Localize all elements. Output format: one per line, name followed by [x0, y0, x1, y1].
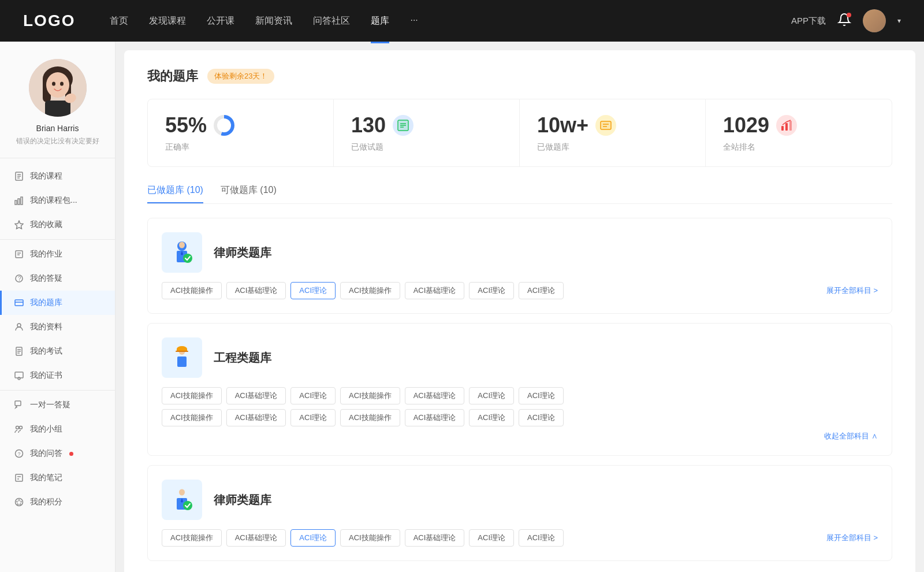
qbank-tags-row1-1: ACI技能操作 ACI基础理论 ACI理论 ACI技能操作 ACI基础理论 AC… — [162, 387, 878, 404]
qbank-tag-1-r1-5[interactable]: ACI理论 — [469, 387, 514, 404]
svg-rect-14 — [18, 199, 20, 205]
doc-icon — [14, 171, 24, 181]
qbank-tag-1-r2-1[interactable]: ACI基础理论 — [226, 409, 286, 426]
qbank-tag-2-6[interactable]: ACI理论 — [519, 529, 564, 547]
notification-bell[interactable] — [837, 13, 851, 29]
qbank-tag-0-4[interactable]: ACI基础理论 — [405, 282, 465, 299]
sidebar-item-tutor[interactable]: 一对一答疑 — [0, 393, 115, 417]
qa-icon: ? — [14, 273, 24, 284]
qbank-header-0: 律师类题库 — [162, 232, 878, 273]
qbank-tag-1-r2-3[interactable]: ACI技能操作 — [340, 409, 400, 426]
question-dot-badge — [69, 452, 73, 456]
sidebar-item-homework[interactable]: 我的作业 — [0, 242, 115, 266]
stat-accuracy: 55% 正确率 — [148, 99, 334, 166]
nav-news[interactable]: 新闻资讯 — [255, 15, 292, 27]
qbank-tag-1-r2-4[interactable]: ACI基础理论 — [405, 409, 465, 426]
sidebar-item-coursepack[interactable]: 我的课程包... — [0, 188, 115, 213]
stat-label-banks: 已做题库 — [537, 142, 688, 153]
qbank-tag-0-1[interactable]: ACI基础理论 — [226, 282, 286, 299]
svg-rect-64 — [177, 356, 187, 367]
sidebar-item-mybank[interactable]: 我的题库 — [0, 291, 115, 315]
qbank-tag-1-r2-0[interactable]: ACI技能操作 — [162, 409, 222, 426]
qbank-tag-1-r1-0[interactable]: ACI技能操作 — [162, 387, 222, 404]
nav-home[interactable]: 首页 — [110, 15, 128, 27]
chart-bar-icon — [14, 195, 24, 206]
qbank-tag-0-2[interactable]: ACI理论 — [290, 282, 336, 299]
qbank-tag-1-r1-4[interactable]: ACI基础理论 — [405, 387, 465, 404]
user-dropdown-arrow[interactable]: ▾ — [897, 17, 901, 25]
svg-rect-17 — [16, 251, 23, 258]
qbank-collapse-1[interactable]: 收起全部科目 ∧ — [162, 431, 878, 441]
qbank-tag-1-r1-1[interactable]: ACI基础理论 — [226, 387, 286, 404]
sidebar-item-favorites[interactable]: 我的收藏 — [0, 213, 115, 237]
svg-rect-63 — [176, 351, 188, 352]
nav-bank[interactable]: 题库 — [371, 15, 389, 27]
qbank-tag-1-r1-3[interactable]: ACI技能操作 — [340, 387, 400, 404]
qbank-tag-2-5[interactable]: ACI理论 — [469, 529, 514, 547]
qbank-tag-2-4[interactable]: ACI基础理论 — [405, 529, 465, 547]
sidebar-item-notes[interactable]: 我的笔记 — [0, 466, 115, 490]
rank-icon — [776, 115, 797, 136]
qbank-tag-0-5[interactable]: ACI理论 — [469, 282, 514, 299]
qbank-tag-2-1[interactable]: ACI基础理论 — [226, 529, 286, 547]
svg-point-33 — [20, 426, 23, 429]
nav-more[interactable]: ··· — [410, 15, 418, 27]
qbank-tag-0-0[interactable]: ACI技能操作 — [162, 282, 222, 299]
sidebar-item-answerqa[interactable]: ? 我的答疑 — [0, 266, 115, 291]
tabs-row: 已做题库 (10) 可做题库 (10) — [147, 184, 892, 204]
sidebar-item-mydata[interactable]: 我的资料 — [0, 315, 115, 339]
qbank-tag-1-r1-2[interactable]: ACI理论 — [290, 387, 336, 404]
nav-qa[interactable]: 问答社区 — [313, 15, 350, 27]
qbank-tag-1-r2-6[interactable]: ACI理论 — [519, 409, 564, 426]
sidebar-item-mycourse[interactable]: 我的课程 — [0, 164, 115, 188]
done-banks-icon — [595, 115, 616, 136]
qbank-tag-0-6[interactable]: ACI理论 — [519, 282, 564, 299]
qbank-tag-2-2[interactable]: ACI理论 — [290, 529, 336, 547]
stat-label-done: 已做试题 — [351, 142, 502, 153]
sidebar-item-group[interactable]: 我的小组 — [0, 417, 115, 441]
lawyer-svg-0 — [167, 238, 196, 267]
svg-rect-50 — [781, 126, 784, 131]
lawyer-svg-2 — [167, 485, 196, 514]
nav-opencourse[interactable]: 公开课 — [207, 15, 234, 27]
app-download-button[interactable]: APP下载 — [791, 16, 826, 27]
qbank-tag-0-3[interactable]: ACI技能操作 — [340, 282, 400, 299]
qbank-card-0: 律师类题库 ACI技能操作 ACI基础理论 ACI理论 ACI技能操作 ACI基… — [147, 218, 892, 314]
sidebar-item-exam[interactable]: 我的考试 — [0, 339, 115, 363]
qbank-tag-2-3[interactable]: ACI技能操作 — [340, 529, 400, 547]
cert-icon — [14, 370, 24, 381]
sidebar-username: Brian Harris — [12, 124, 103, 133]
svg-marker-16 — [15, 221, 23, 229]
tab-available-banks[interactable]: 可做题库 (10) — [221, 184, 277, 203]
qbank-tag-1-r2-5[interactable]: ACI理论 — [469, 409, 514, 426]
qbank-tag-1-r2-2[interactable]: ACI理论 — [290, 409, 336, 426]
qbank-tag-2-0[interactable]: ACI技能操作 — [162, 529, 222, 547]
navbar-right: APP下载 ▾ — [791, 9, 901, 32]
sidebar-profile: Brian Harris 错误的决定比没有决定要好 — [0, 59, 115, 158]
qbank-expand-0[interactable]: 展开全部科目 > — [826, 285, 878, 296]
svg-point-69 — [183, 501, 192, 510]
main-content: 我的题库 体验剩余23天！ 55% 正确率 130 — [124, 50, 915, 572]
sidebar-item-points[interactable]: 我的积分 — [0, 490, 115, 514]
qbank-tags-row2-1: ACI技能操作 ACI基础理论 ACI理论 ACI技能操作 ACI基础理论 AC… — [162, 409, 878, 426]
exam-icon — [14, 346, 24, 356]
svg-text:?: ? — [18, 276, 21, 282]
stat-label-accuracy: 正确率 — [165, 142, 316, 153]
qbank-name-1: 工程类题库 — [214, 350, 271, 366]
stat-top-accuracy: 55% — [165, 113, 316, 138]
tab-done-banks[interactable]: 已做题库 (10) — [147, 184, 203, 203]
svg-rect-15 — [21, 197, 23, 205]
svg-rect-31 — [15, 401, 21, 406]
qbank-name-2: 律师类题库 — [214, 492, 271, 508]
qbank-icon-lawyer-2 — [162, 480, 202, 520]
user-avatar[interactable] — [863, 9, 886, 32]
sidebar-item-cert[interactable]: 我的证书 — [0, 363, 115, 388]
qbank-expand-2[interactable]: 展开全部科目 > — [826, 533, 878, 543]
points-icon — [14, 497, 24, 507]
nav-discover[interactable]: 发现课程 — [149, 15, 186, 27]
svg-rect-46 — [601, 121, 611, 129]
qbank-icon-lawyer-0 — [162, 232, 202, 273]
sidebar-item-myquestion[interactable]: ? 我的问答 — [0, 441, 115, 466]
qbank-tag-1-r1-6[interactable]: ACI理论 — [519, 387, 564, 404]
navbar: LOGO 首页 发现课程 公开课 新闻资讯 问答社区 题库 ··· APP下载 … — [0, 0, 924, 42]
